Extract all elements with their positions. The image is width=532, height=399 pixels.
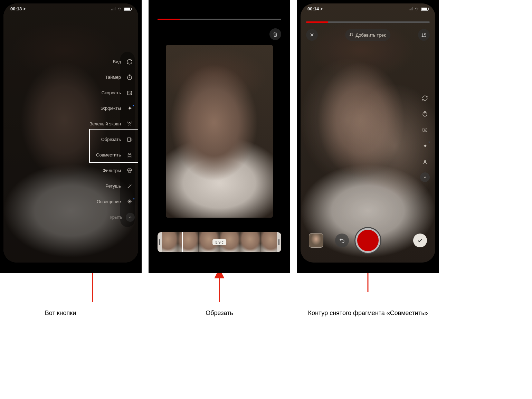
screenshot-3: 00:14 ➤ [297, 0, 439, 273]
delete-button[interactable] [269, 28, 281, 40]
screenshot-1: 00:13 ➤ Вид [0, 0, 142, 273]
screenshot-2: 3.9 с [149, 0, 290, 273]
svg-point-8 [129, 169, 132, 171]
tool-label: крыть [110, 215, 122, 220]
trim-handle-left[interactable] [158, 232, 162, 252]
tool-label: Эффекты [101, 106, 121, 111]
tool-rail-compact: 1x ✦● [418, 92, 432, 182]
tool-crop[interactable]: Обрезать [79, 132, 135, 147]
caption: Вот кнопки [0, 309, 142, 317]
status-bar: 00:13 ➤ [3, 3, 138, 14]
status-bar: 00:14 ➤ [301, 3, 435, 14]
wifi-icon [414, 6, 419, 11]
annotation-arrow [0, 273, 142, 306]
add-track-button[interactable]: Добавить трек [345, 29, 390, 41]
svg-text:1x: 1x [424, 129, 426, 131]
tool-retouch[interactable]: Ретушь [79, 178, 135, 194]
caption: Обрезать [149, 309, 290, 317]
tool-label: Освещение [97, 199, 121, 204]
tool-combine[interactable]: Совместить [79, 147, 135, 163]
caption: Контур снятого фрагмента «Совместить» [297, 309, 439, 317]
sparkles-icon: ✦● [124, 103, 135, 114]
tool-collapse[interactable]: крыть [79, 209, 135, 225]
svg-point-11 [352, 35, 353, 36]
duration-badge[interactable]: 15 [418, 29, 430, 41]
tool-green-screen[interactable]: Зеленый экран [79, 116, 135, 132]
svg-point-10 [350, 35, 350, 36]
tool-effects[interactable]: ✦● [418, 139, 432, 152]
tool-filters[interactable]: Фильтры [79, 163, 135, 178]
wand-icon [124, 181, 135, 191]
tool-label: Ретушь [105, 183, 121, 189]
sun-icon: ☀● [124, 197, 135, 207]
trim-timeline[interactable]: 3.9 с [158, 232, 281, 252]
wifi-icon [117, 6, 122, 11]
svg-rect-4 [127, 137, 131, 141]
crop-icon [124, 134, 135, 145]
annotation-arrow [297, 273, 439, 306]
svg-point-6 [130, 154, 131, 155]
confirm-button[interactable] [413, 234, 427, 247]
signal-icon [112, 7, 115, 10]
tool-speed[interactable]: 1x [418, 123, 432, 136]
timeline-frame [240, 232, 261, 252]
trim-handle-right[interactable] [277, 232, 281, 252]
tool-label: Таймер [105, 75, 121, 80]
status-time: 00:13 [10, 6, 22, 11]
tool-lighting[interactable]: Освещение ☀● [79, 194, 135, 209]
record-button[interactable] [355, 228, 380, 253]
timer-icon [124, 72, 135, 83]
gallery-button[interactable] [309, 233, 323, 248]
battery-icon [421, 7, 428, 11]
svg-point-9 [128, 170, 131, 173]
ghost-icon [124, 150, 135, 160]
close-button[interactable] [306, 29, 318, 41]
add-track-label: Добавить трек [355, 32, 386, 38]
chevron-up-icon [126, 213, 135, 222]
tool-expand[interactable] [420, 172, 430, 182]
filters-icon [124, 165, 135, 176]
tool-label: Скорость [102, 90, 121, 95]
tool-rail: Вид Таймер Скорость 1x Эффекты ✦● [120, 52, 135, 227]
svg-point-5 [129, 154, 130, 155]
tool-speed[interactable]: Скорость 1x [79, 85, 135, 101]
svg-text:1x: 1x [128, 92, 131, 94]
svg-point-3 [129, 122, 131, 124]
timeline-frame [178, 232, 199, 252]
tool-timer[interactable] [418, 107, 432, 121]
location-icon: ➤ [320, 7, 323, 11]
signal-icon [409, 7, 412, 10]
record-progress [158, 19, 281, 20]
tool-label: Вид [113, 59, 121, 64]
tool-view[interactable]: Вид [79, 54, 135, 69]
tool-view[interactable] [418, 92, 432, 105]
status-time: 00:14 [307, 6, 319, 11]
tool-label: Обрезать [101, 137, 121, 142]
record-progress [306, 21, 430, 23]
speed-icon: 1x [124, 88, 135, 98]
tool-effects[interactable]: Эффекты ✦● [79, 101, 135, 116]
tool-green-screen[interactable] [418, 155, 432, 168]
video-preview [166, 45, 273, 218]
music-note-icon [349, 32, 353, 38]
tool-label: Фильтры [103, 168, 121, 173]
refresh-icon [124, 57, 135, 67]
tool-label: Совместить [96, 152, 121, 158]
svg-point-15 [424, 160, 426, 162]
annotation-arrow [149, 273, 290, 306]
undo-button[interactable] [335, 234, 349, 247]
trim-duration-badge: 3.9 с [212, 239, 226, 245]
tool-label: Зеленый экран [89, 121, 121, 126]
playhead[interactable] [182, 232, 183, 252]
location-icon: ➤ [23, 7, 26, 11]
battery-icon [124, 7, 131, 11]
record-controls [301, 227, 435, 254]
green-screen-icon [124, 119, 135, 129]
tool-timer[interactable]: Таймер [79, 69, 135, 85]
